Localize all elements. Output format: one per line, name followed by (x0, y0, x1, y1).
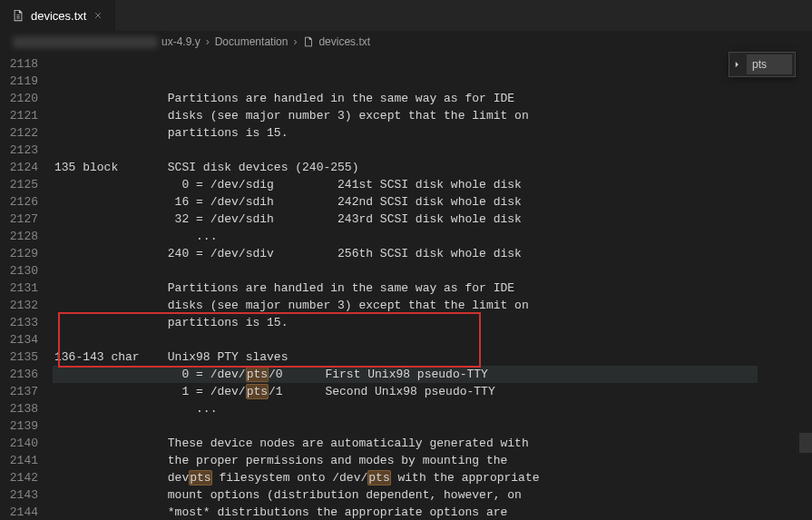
breadcrumb-seg-3[interactable]: devices.txt (318, 35, 370, 48)
line-number: 2124 (0, 159, 38, 176)
line-number: 2118 (0, 55, 38, 73)
find-widget[interactable] (729, 52, 796, 77)
code-line[interactable] (54, 331, 812, 348)
chevron-right-icon: › (291, 35, 298, 48)
breadcrumb[interactable]: ux-4.9.y › Documentation › devices.txt (0, 32, 812, 52)
editor[interactable]: 2118211921202121212221232124212521262127… (0, 52, 812, 520)
code-line[interactable]: disks (see major number 3) except that t… (54, 107, 812, 124)
line-number: 2144 (0, 504, 38, 520)
code-content[interactable]: Partitions are handled in the same way a… (54, 52, 812, 520)
tab-label: devices.txt (31, 9, 86, 23)
line-number: 2126 (0, 193, 38, 211)
code-line[interactable]: ... (54, 400, 812, 417)
line-number: 2128 (0, 228, 38, 245)
search-match: pts (189, 470, 211, 486)
tab-bar: devices.txt (0, 0, 812, 32)
code-line[interactable]: partitions is 15. (54, 314, 812, 331)
code-line[interactable]: *most* distributions the appropriate opt… (54, 504, 812, 520)
code-line[interactable]: 32 = /dev/sdih 243rd SCSI disk whole dis… (54, 211, 812, 228)
line-number: 2129 (0, 245, 38, 262)
line-number: 2131 (0, 280, 38, 297)
line-number: 2120 (0, 90, 38, 107)
code-line[interactable]: disks (see major number 3) except that t… (54, 297, 812, 314)
line-number: 2137 (0, 383, 38, 400)
line-number: 2143 (0, 486, 38, 504)
code-line[interactable]: 0 = /dev/pts/0 First Unix98 pseudo-TTY (53, 366, 758, 383)
code-line[interactable] (54, 262, 812, 280)
code-line[interactable]: 135 block SCSI disk devices (240-255) (54, 159, 812, 176)
line-number: 2123 (0, 142, 38, 159)
line-number: 2121 (0, 107, 38, 124)
code-line[interactable]: These device nodes are automatically gen… (54, 435, 812, 452)
code-line[interactable]: 1 = /dev/pts/1 Second Unix98 pseudo-TTY (54, 383, 812, 400)
tab-devices-txt[interactable]: devices.txt (0, 0, 116, 31)
search-match: pts (367, 470, 390, 486)
code-line[interactable]: mount options (distribution dependent, h… (54, 486, 812, 504)
scrollbar[interactable] (799, 52, 812, 520)
line-number: 2130 (0, 262, 38, 280)
line-number-gutter: 2118211921202121212221232124212521262127… (0, 52, 54, 520)
close-icon[interactable] (92, 9, 104, 22)
chevron-right-icon[interactable] (729, 53, 744, 76)
line-number: 2136 (0, 366, 38, 383)
scrollbar-thumb[interactable] (799, 433, 812, 453)
code-line[interactable]: partitions is 15. (54, 124, 812, 142)
search-input[interactable] (747, 54, 792, 74)
code-line[interactable] (54, 417, 812, 435)
chevron-right-icon: › (204, 35, 211, 48)
breadcrumb-seg-1[interactable]: ux-4.9.y (161, 35, 201, 48)
line-number: 2132 (0, 297, 38, 314)
line-number: 2122 (0, 124, 38, 142)
line-number: 2135 (0, 348, 38, 366)
code-line[interactable]: Partitions are handled in the same way a… (54, 90, 812, 107)
code-line[interactable]: 136-143 char Unix98 PTY slaves (54, 348, 812, 366)
file-text-icon (302, 35, 315, 48)
search-match: pts (246, 384, 269, 399)
code-line[interactable]: 0 = /dev/sdig 241st SCSI disk whole disk (54, 176, 812, 193)
line-number: 2138 (0, 400, 38, 417)
line-number: 2134 (0, 331, 38, 348)
line-number: 2139 (0, 417, 38, 435)
code-line[interactable]: ... (54, 228, 812, 245)
line-number: 2140 (0, 435, 38, 452)
code-line[interactable]: devpts filesystem onto /dev/pts with the… (54, 469, 812, 486)
line-number: 2141 (0, 452, 38, 469)
code-line[interactable]: 240 = /dev/sdiv 256th SCSI disk whole di… (54, 245, 812, 262)
breadcrumb-blurred (13, 36, 158, 48)
code-line[interactable]: the proper permissions and modes by moun… (54, 452, 812, 469)
code-line[interactable] (54, 142, 812, 159)
file-text-icon (11, 8, 25, 23)
line-number: 2133 (0, 314, 38, 331)
code-line[interactable]: Partitions are handled in the same way a… (54, 280, 812, 297)
breadcrumb-seg-2[interactable]: Documentation (215, 35, 289, 48)
code-line[interactable]: 16 = /dev/sdih 242nd SCSI disk whole dis… (54, 193, 812, 211)
line-number: 2127 (0, 211, 38, 228)
line-number: 2142 (0, 469, 38, 486)
search-match: pts (246, 367, 269, 382)
line-number: 2119 (0, 73, 38, 90)
line-number: 2125 (0, 176, 38, 193)
